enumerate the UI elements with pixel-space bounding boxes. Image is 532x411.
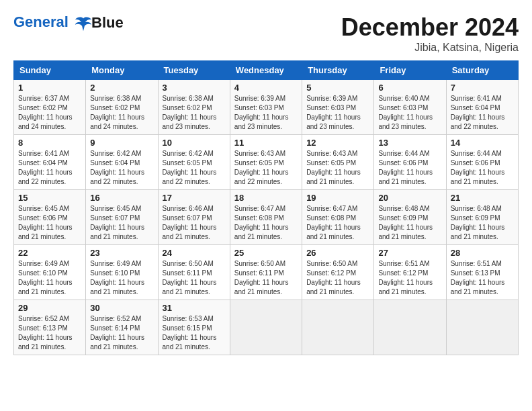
logo-bird-icon <box>74 13 93 32</box>
day-number: 19 <box>306 193 369 203</box>
day-number: 18 <box>234 193 298 203</box>
calendar-cell: 14Sunrise: 6:44 AM Sunset: 6:06 PM Dayli… <box>446 135 518 190</box>
day-number: 7 <box>451 83 514 93</box>
day-detail: Sunrise: 6:45 AM Sunset: 6:06 PM Dayligh… <box>18 204 81 242</box>
calendar-cell <box>446 300 518 355</box>
calendar-cell: 18Sunrise: 6:47 AM Sunset: 6:08 PM Dayli… <box>230 190 302 245</box>
logo-general: General <box>13 13 69 30</box>
calendar-cell: 28Sunrise: 6:51 AM Sunset: 6:13 PM Dayli… <box>446 245 518 300</box>
calendar-week-row: 22Sunrise: 6:49 AM Sunset: 6:10 PM Dayli… <box>14 245 519 300</box>
day-detail: Sunrise: 6:45 AM Sunset: 6:07 PM Dayligh… <box>90 204 153 242</box>
day-detail: Sunrise: 6:37 AM Sunset: 6:02 PM Dayligh… <box>18 94 81 132</box>
day-detail: Sunrise: 6:40 AM Sunset: 6:03 PM Dayligh… <box>378 94 441 132</box>
day-number: 10 <box>163 138 226 148</box>
calendar-week-row: 29Sunrise: 6:52 AM Sunset: 6:13 PM Dayli… <box>14 300 519 355</box>
day-number: 8 <box>18 138 81 148</box>
logo: General Blue <box>13 13 124 32</box>
calendar-cell: 20Sunrise: 6:48 AM Sunset: 6:09 PM Dayli… <box>374 190 446 245</box>
day-detail: Sunrise: 6:43 AM Sunset: 6:05 PM Dayligh… <box>234 149 298 187</box>
page-header: General Blue December 2024 Jibia, Katsin… <box>13 13 519 54</box>
day-detail: Sunrise: 6:38 AM Sunset: 6:02 PM Dayligh… <box>163 94 226 132</box>
day-detail: Sunrise: 6:49 AM Sunset: 6:10 PM Dayligh… <box>18 259 81 297</box>
calendar-week-row: 8Sunrise: 6:41 AM Sunset: 6:04 PM Daylig… <box>14 135 519 190</box>
calendar-cell: 21Sunrise: 6:48 AM Sunset: 6:09 PM Dayli… <box>446 190 518 245</box>
calendar-cell: 9Sunrise: 6:42 AM Sunset: 6:04 PM Daylig… <box>86 135 158 190</box>
day-number: 2 <box>90 83 153 93</box>
day-detail: Sunrise: 6:43 AM Sunset: 6:05 PM Dayligh… <box>306 149 369 187</box>
day-detail: Sunrise: 6:50 AM Sunset: 6:11 PM Dayligh… <box>234 259 298 297</box>
day-detail: Sunrise: 6:39 AM Sunset: 6:03 PM Dayligh… <box>306 94 369 132</box>
day-number: 6 <box>378 83 441 93</box>
day-detail: Sunrise: 6:53 AM Sunset: 6:15 PM Dayligh… <box>163 314 226 352</box>
day-number: 15 <box>18 193 81 203</box>
calendar-cell: 12Sunrise: 6:43 AM Sunset: 6:05 PM Dayli… <box>302 135 374 190</box>
day-number: 25 <box>234 248 298 258</box>
calendar-cell: 11Sunrise: 6:43 AM Sunset: 6:05 PM Dayli… <box>230 135 302 190</box>
calendar-cell: 8Sunrise: 6:41 AM Sunset: 6:04 PM Daylig… <box>14 135 86 190</box>
calendar-cell <box>374 300 446 355</box>
day-number: 16 <box>90 193 153 203</box>
calendar-week-row: 15Sunrise: 6:45 AM Sunset: 6:06 PM Dayli… <box>14 190 519 245</box>
day-number: 26 <box>306 248 369 258</box>
calendar-cell: 27Sunrise: 6:51 AM Sunset: 6:12 PM Dayli… <box>374 245 446 300</box>
day-number: 23 <box>90 248 153 258</box>
day-detail: Sunrise: 6:39 AM Sunset: 6:03 PM Dayligh… <box>234 94 298 132</box>
column-header-tuesday: Tuesday <box>158 61 230 80</box>
day-detail: Sunrise: 6:48 AM Sunset: 6:09 PM Dayligh… <box>378 204 441 242</box>
day-detail: Sunrise: 6:51 AM Sunset: 6:13 PM Dayligh… <box>451 259 514 297</box>
calendar-cell: 23Sunrise: 6:49 AM Sunset: 6:10 PM Dayli… <box>86 245 158 300</box>
calendar-cell: 31Sunrise: 6:53 AM Sunset: 6:15 PM Dayli… <box>158 300 230 355</box>
day-detail: Sunrise: 6:42 AM Sunset: 6:05 PM Dayligh… <box>163 149 226 187</box>
column-header-sunday: Sunday <box>14 61 86 80</box>
day-number: 4 <box>234 83 298 93</box>
day-detail: Sunrise: 6:50 AM Sunset: 6:11 PM Dayligh… <box>163 259 226 297</box>
day-number: 30 <box>90 303 153 313</box>
day-number: 21 <box>451 193 514 203</box>
column-header-wednesday: Wednesday <box>230 61 302 80</box>
day-detail: Sunrise: 6:47 AM Sunset: 6:08 PM Dayligh… <box>234 204 298 242</box>
calendar-cell: 24Sunrise: 6:50 AM Sunset: 6:11 PM Dayli… <box>158 245 230 300</box>
calendar-cell: 6Sunrise: 6:40 AM Sunset: 6:03 PM Daylig… <box>374 80 446 135</box>
column-header-monday: Monday <box>86 61 158 80</box>
day-detail: Sunrise: 6:51 AM Sunset: 6:12 PM Dayligh… <box>378 259 441 297</box>
day-number: 9 <box>90 138 153 148</box>
day-detail: Sunrise: 6:44 AM Sunset: 6:06 PM Dayligh… <box>378 149 441 187</box>
location: Jibia, Katsina, Nigeria <box>341 42 519 54</box>
column-header-thursday: Thursday <box>302 61 374 80</box>
day-number: 5 <box>306 83 369 93</box>
calendar-cell: 22Sunrise: 6:49 AM Sunset: 6:10 PM Dayli… <box>14 245 86 300</box>
day-detail: Sunrise: 6:50 AM Sunset: 6:12 PM Dayligh… <box>306 259 369 297</box>
day-number: 20 <box>378 193 441 203</box>
column-header-friday: Friday <box>374 61 446 80</box>
calendar-cell: 30Sunrise: 6:52 AM Sunset: 6:14 PM Dayli… <box>86 300 158 355</box>
day-number: 3 <box>163 83 226 93</box>
day-detail: Sunrise: 6:48 AM Sunset: 6:09 PM Dayligh… <box>451 204 514 242</box>
day-number: 1 <box>18 83 81 93</box>
day-number: 22 <box>18 248 81 258</box>
day-number: 28 <box>451 248 514 258</box>
day-detail: Sunrise: 6:42 AM Sunset: 6:04 PM Dayligh… <box>90 149 153 187</box>
day-number: 11 <box>234 138 298 148</box>
calendar-cell: 5Sunrise: 6:39 AM Sunset: 6:03 PM Daylig… <box>302 80 374 135</box>
calendar-cell: 19Sunrise: 6:47 AM Sunset: 6:08 PM Dayli… <box>302 190 374 245</box>
day-number: 31 <box>163 303 226 313</box>
calendar-cell: 13Sunrise: 6:44 AM Sunset: 6:06 PM Dayli… <box>374 135 446 190</box>
day-detail: Sunrise: 6:44 AM Sunset: 6:06 PM Dayligh… <box>451 149 514 187</box>
calendar-cell: 4Sunrise: 6:39 AM Sunset: 6:03 PM Daylig… <box>230 80 302 135</box>
calendar-table: SundayMondayTuesdayWednesdayThursdayFrid… <box>13 60 519 355</box>
calendar-header-row: SundayMondayTuesdayWednesdayThursdayFrid… <box>14 61 519 80</box>
day-number: 13 <box>378 138 441 148</box>
calendar-cell <box>230 300 302 355</box>
title-block: December 2024 Jibia, Katsina, Nigeria <box>341 13 519 54</box>
day-detail: Sunrise: 6:49 AM Sunset: 6:10 PM Dayligh… <box>90 259 153 297</box>
day-number: 24 <box>163 248 226 258</box>
logo-blue: Blue <box>91 14 124 32</box>
calendar-cell: 7Sunrise: 6:41 AM Sunset: 6:04 PM Daylig… <box>446 80 518 135</box>
calendar-cell: 15Sunrise: 6:45 AM Sunset: 6:06 PM Dayli… <box>14 190 86 245</box>
day-detail: Sunrise: 6:52 AM Sunset: 6:14 PM Dayligh… <box>90 314 153 352</box>
calendar-cell: 2Sunrise: 6:38 AM Sunset: 6:02 PM Daylig… <box>86 80 158 135</box>
day-detail: Sunrise: 6:47 AM Sunset: 6:08 PM Dayligh… <box>306 204 369 242</box>
month-title: December 2024 <box>341 13 519 42</box>
day-detail: Sunrise: 6:46 AM Sunset: 6:07 PM Dayligh… <box>163 204 226 242</box>
day-number: 14 <box>451 138 514 148</box>
